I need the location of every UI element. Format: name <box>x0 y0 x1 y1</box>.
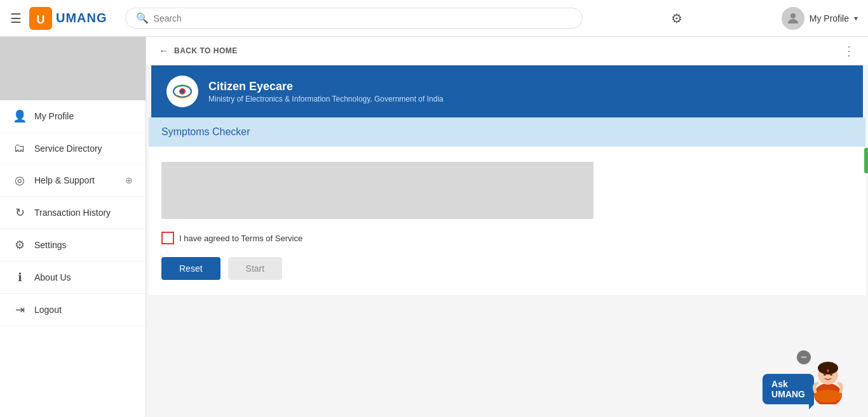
profile-icon: 👤 <box>13 109 27 123</box>
svg-point-11 <box>830 373 832 376</box>
logout-icon: ⇥ <box>13 303 27 317</box>
sidebar-item-my-profile[interactable]: 👤 My Profile <box>0 100 146 133</box>
buttons-row: Reset Start <box>161 257 853 280</box>
back-label[interactable]: BACK TO HOME <box>174 46 238 55</box>
sidebar-item-label: Settings <box>34 240 133 250</box>
service-title: Citizen Eyecare <box>208 80 444 93</box>
service-subtitle: Ministry of Electronics & Information Te… <box>208 95 444 103</box>
form-area: I have agreed to Terms of Service Reset … <box>149 147 865 295</box>
sidebar-item-label: Logout <box>34 305 133 315</box>
sidebar-item-label: Transaction History <box>34 208 133 218</box>
expand-icon: ⊕ <box>125 175 133 185</box>
sidebar: 👤 My Profile 🗂 Service Directory ◎ Help … <box>0 37 146 417</box>
ask-umang-widget[interactable]: − AskUMANG <box>763 357 849 404</box>
terms-checkbox[interactable] <box>161 232 174 244</box>
hamburger-icon[interactable]: ☰ <box>10 11 22 26</box>
sidebar-item-help-support[interactable]: ◎ Help & Support ⊕ <box>0 164 146 197</box>
main-content: Citizen Eyecare Ministry of Electronics … <box>146 65 868 417</box>
sidebar-banner <box>0 37 146 100</box>
app-name: UMANG <box>56 11 107 25</box>
service-directory-icon: 🗂 <box>13 142 27 155</box>
chevron-down-icon: ▾ <box>854 14 858 23</box>
search-icon: 🔍 <box>136 12 149 24</box>
symptoms-checker-title: Symptoms Checker <box>161 126 250 137</box>
svg-text:U: U <box>37 13 45 26</box>
digilocker-icon <box>170 79 195 104</box>
about-us-icon: ℹ <box>13 270 27 284</box>
svg-point-6 <box>180 89 184 93</box>
search-bar[interactable]: 🔍 <box>125 8 583 29</box>
sidebar-item-service-directory[interactable]: 🗂 Service Directory <box>0 133 146 164</box>
start-button[interactable]: Start <box>228 257 283 280</box>
settings-icon: ⚙ <box>13 238 27 252</box>
profile-label: My Profile <box>810 13 849 23</box>
more-dots-icon[interactable]: ⋮ <box>843 43 855 58</box>
filter-icon[interactable]: ⚙ <box>671 11 682 26</box>
sidebar-item-label: Service Directory <box>34 143 133 154</box>
minimize-button[interactable]: − <box>797 350 811 364</box>
form-image-placeholder <box>161 162 593 219</box>
sidebar-item-about-us[interactable]: ℹ About Us <box>0 261 146 294</box>
ask-umang-bubble[interactable]: AskUMANG <box>763 374 814 404</box>
terms-row: I have agreed to Terms of Service <box>161 232 853 244</box>
main-layout: 👤 My Profile 🗂 Service Directory ◎ Help … <box>0 37 868 417</box>
symptoms-checker-section: Symptoms Checker <box>149 117 865 147</box>
sidebar-item-label: About Us <box>34 272 133 282</box>
sidebar-item-label: My Profile <box>34 111 133 121</box>
transaction-history-icon: ↻ <box>13 206 27 220</box>
umang-character <box>808 357 849 404</box>
service-header: Citizen Eyecare Ministry of Electronics … <box>151 65 863 117</box>
terms-label: I have agreed to Terms of Service <box>179 234 302 243</box>
sidebar-item-label: Help & Support <box>34 175 118 185</box>
svg-point-2 <box>790 13 796 18</box>
sidebar-item-logout[interactable]: ⇥ Logout <box>0 294 146 326</box>
ask-umang-label: AskUMANG <box>771 379 805 399</box>
svg-point-13 <box>814 390 842 402</box>
umang-logo-icon: U <box>29 7 52 30</box>
help-support-icon: ◎ <box>13 173 27 187</box>
svg-point-10 <box>824 373 826 376</box>
svg-point-12 <box>827 369 829 372</box>
service-logo <box>166 76 198 107</box>
back-arrow-icon[interactable]: ← <box>159 45 169 56</box>
green-accent-bar <box>864 148 868 173</box>
logo-area: U UMANG <box>29 7 107 30</box>
search-input[interactable] <box>154 13 572 23</box>
svg-point-9 <box>818 362 838 374</box>
sidebar-item-transaction-history[interactable]: ↻ Transaction History <box>0 197 146 229</box>
reset-button[interactable]: Reset <box>161 257 220 280</box>
profile-area[interactable]: My Profile ▾ <box>782 7 858 30</box>
back-bar: ← BACK TO HOME ⋮ <box>146 37 868 65</box>
sidebar-item-settings[interactable]: ⚙ Settings <box>0 229 146 261</box>
avatar <box>782 7 804 30</box>
service-info: Citizen Eyecare Ministry of Electronics … <box>208 80 444 103</box>
content-area: ← BACK TO HOME ⋮ <box>146 37 868 417</box>
app-header: ☰ U UMANG 🔍 ⚙ My Profile ▾ <box>0 0 868 37</box>
